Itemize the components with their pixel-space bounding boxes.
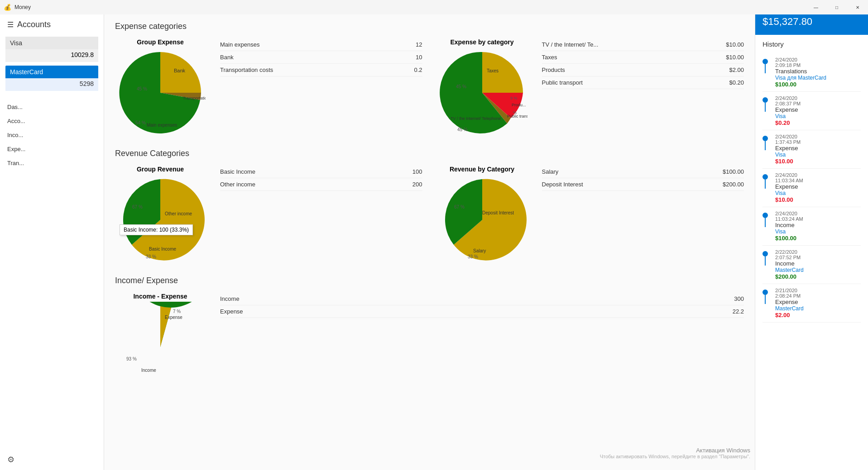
history-line: [765, 295, 766, 304]
stat-other-income-label: Other income: [220, 181, 400, 188]
stats-row: Expense 22.2: [220, 305, 744, 318]
app-title: Money: [14, 4, 31, 10]
expense-by-category-chart: Expense by category Taxes Produ... Publi…: [437, 38, 528, 138]
history-item: 2/24/2020 1:37:43 PM Expense Visa $10.00: [762, 130, 861, 169]
stats-row: Products $2.00: [542, 64, 744, 76]
history-title: History: [762, 40, 861, 48]
history-account[interactable]: Visa: [775, 190, 861, 196]
pct-1: %: [513, 110, 517, 115]
sidebar-item-accounts[interactable]: Acco...: [0, 114, 104, 128]
stat-main-expenses-value: 12: [400, 41, 422, 48]
account-visa-label: Visa: [5, 37, 98, 49]
stat-other-income-value: 200: [400, 181, 422, 188]
group-expense-stats: Main expenses 12 Bank 10 Transportation …: [220, 38, 422, 76]
history-type: Expense: [775, 106, 861, 113]
history-time: 2:07:52 PM: [775, 255, 861, 260]
stat-expense-value: 22.2: [721, 308, 744, 315]
stats-row: Other income 200: [220, 178, 422, 191]
account-visa-balance: 10029.8: [5, 49, 98, 62]
history-amount: $10.00: [775, 158, 861, 165]
tv-internet-label: TV / the Internet/ Telephone: [451, 116, 501, 121]
revenue-categories-section: Revenue Categories Group Revenue 67 % Ot…: [115, 149, 744, 265]
history-type: Income: [775, 260, 861, 267]
sidebar-item-dashboard[interactable]: Das...: [0, 100, 104, 114]
history-dot: [762, 290, 768, 295]
revenue-categories-title: Revenue Categories: [115, 149, 744, 158]
group-expense-svg: Bank Transportation costs Main expenses …: [115, 47, 206, 138]
sidebar-item-income[interactable]: Inco...: [0, 128, 104, 142]
right-panel: Total amount $15,327.80 History 2/24/202…: [755, 0, 868, 470]
settings-icon[interactable]: ⚙: [0, 449, 104, 470]
stats-row: Taxes $10.00: [542, 51, 744, 64]
history-amount: $200.00: [775, 273, 861, 280]
history-date: 2/24/2020: [775, 57, 861, 62]
expense-categories-section: Expense categories Group Expense Bank Tr…: [115, 22, 744, 138]
income-pie-label: Income: [141, 368, 156, 373]
stat-bank-value: 10: [400, 54, 422, 61]
history-time: 11:03:34 AM: [775, 178, 861, 183]
rev-pct-33: 33 %: [468, 254, 478, 259]
stat-expense-label: Expense: [220, 308, 721, 315]
main-expenses-label: Main expenses: [147, 123, 177, 128]
history-account[interactable]: MasterCard: [775, 305, 861, 312]
stat-transport-label: Transportation costs: [220, 66, 400, 73]
history-section: History 2/24/2020 2:09:18 PM Translation…: [755, 35, 868, 328]
history-time: 2:08:24 PM: [775, 293, 861, 299]
history-line: [765, 256, 766, 266]
stat-deposit-value: $200.00: [721, 181, 744, 188]
history-item: 2/24/2020 2:08:37 PM Expense Visa $0.20: [762, 92, 861, 130]
stat-bank-label: Bank: [220, 54, 400, 61]
minimize-button[interactable]: —: [806, 0, 826, 14]
revenue-by-category-svg: 67 % Deposit Interest 33 % Salary: [437, 175, 528, 265]
history-line: [765, 180, 766, 189]
expense-by-category-title: Expense by category: [450, 38, 513, 46]
bank-label: Bank: [174, 68, 186, 73]
history-item: 2/21/2020 2:08:24 PM Expense MasterCard …: [762, 284, 861, 323]
window-controls: — □ ✕: [806, 0, 868, 14]
watermark-subtitle: Чтобы активировать Windows, перейдите в …: [600, 454, 750, 459]
sidebar-item-expense[interactable]: Expe...: [0, 142, 104, 156]
stat-basic-income-label: Basic Income: [220, 168, 400, 175]
group-revenue-svg: 67 % Other income 33 % Basic Income: [115, 175, 206, 265]
income-expense-chart-row: Income - Expense 93 % Income 7 % Expense…: [115, 293, 744, 392]
history-account[interactable]: Visa: [775, 113, 861, 119]
history-account[interactable]: Visa: [775, 152, 861, 158]
history-account[interactable]: Visa для MasterCard: [775, 75, 861, 81]
history-dot: [762, 251, 768, 256]
history-dot: [762, 136, 768, 141]
history-content: 2/21/2020 2:08:24 PM Expense MasterCard …: [772, 288, 861, 318]
history-date: 2/22/2020: [775, 249, 861, 255]
stat-tv-label: TV / the Internet/ Te...: [542, 41, 722, 48]
account-mastercard[interactable]: MasterCard 5298: [5, 66, 98, 91]
titlebar: 💰 Money — □ ✕: [0, 0, 868, 14]
public-transport-label: Public transport: [507, 114, 528, 119]
history-account[interactable]: MasterCard: [775, 267, 861, 273]
pct-9: 9 %: [510, 96, 518, 100]
expense-chart-row: Group Expense Bank Transportation costs …: [115, 38, 744, 138]
pct-45-top: 45 %: [456, 84, 466, 89]
maximize-button[interactable]: □: [826, 0, 847, 14]
history-content: 2/24/2020 11:03:24 AM Income Visa $100.0…: [772, 211, 861, 242]
income-expense-stats: Income 300 Expense 22.2: [220, 293, 744, 318]
history-account[interactable]: Visa: [775, 228, 861, 235]
stat-taxes-label: Taxes: [542, 54, 722, 61]
income-expense-section: Income/ Expense Income - Expense 93 % In…: [115, 276, 744, 392]
stat-taxes-value: $10.00: [721, 54, 744, 61]
account-mastercard-balance: 5298: [5, 78, 98, 91]
sidebar-title: Accounts: [17, 20, 51, 29]
income-expense-title: Income/ Expense: [115, 276, 744, 285]
account-visa[interactable]: Visa 10029.8: [5, 37, 98, 62]
history-item: 2/24/2020 2:09:18 PM Translations Visa д…: [762, 53, 861, 92]
expense-pie-segment: [160, 306, 171, 347]
history-line: [765, 103, 766, 112]
salary-label: Salary: [473, 248, 486, 253]
pct-45-bot: 45 %: [457, 127, 468, 132]
accounts-list: Visa 10029.8 MasterCard 5298: [0, 35, 104, 96]
history-date: 2/24/2020: [775, 95, 861, 101]
history-line: [765, 218, 766, 227]
sidebar-item-transfers[interactable]: Tran...: [0, 156, 104, 170]
close-button[interactable]: ✕: [847, 0, 868, 14]
hamburger-icon[interactable]: ☰: [7, 20, 14, 29]
expense-by-category-stats: TV / the Internet/ Te... $10.00 Taxes $1…: [542, 38, 744, 89]
sidebar: ☰ Accounts Visa 10029.8 MasterCard 5298 …: [0, 14, 104, 470]
